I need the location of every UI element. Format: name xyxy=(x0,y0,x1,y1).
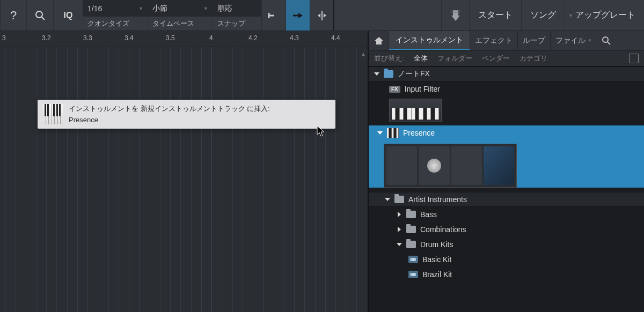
tab-instruments[interactable]: インストゥルメント xyxy=(389,31,470,50)
sort-category[interactable]: カテゴリ xyxy=(519,54,547,63)
triangle-closed-icon xyxy=(398,227,401,232)
presence-thumbnail[interactable] xyxy=(384,144,517,188)
ruler-tick: 4 xyxy=(209,34,213,42)
svg-marker-13 xyxy=(317,126,324,136)
start-link[interactable]: スタート xyxy=(470,0,522,31)
browser-home-button[interactable] xyxy=(369,31,389,50)
tool-arrow-button[interactable] xyxy=(286,0,310,31)
browser-tree: ノートFX FX Input Filter Presence xyxy=(369,66,644,312)
category-note-fx[interactable]: ノートFX xyxy=(369,66,644,81)
ruler-tick: 4.4 xyxy=(331,34,340,42)
browser-panel: インストゥルメント エフェクト ループ ファイル▼ 並び替え: 全体 フォルダー… xyxy=(368,31,644,312)
svg-point-15 xyxy=(603,37,608,42)
svg-point-0 xyxy=(36,11,42,18)
preset-label: Basic Kit xyxy=(422,255,451,264)
item-label: Input Filter xyxy=(405,85,440,93)
magnify-button[interactable] xyxy=(27,0,54,31)
triangle-open-icon xyxy=(374,72,379,76)
svg-marker-14 xyxy=(375,37,383,44)
svg-line-16 xyxy=(608,42,610,44)
folder-label: Artist Instruments xyxy=(408,195,467,204)
input-filter-thumbnail[interactable] xyxy=(389,99,442,122)
song-link[interactable]: ソング xyxy=(522,0,565,31)
timebase-value: 小節 xyxy=(152,4,167,13)
top-toolbar: ? IQ 1/16▼ クオンタイズ 小節▼ タイムベース 順応 スナップ スター… xyxy=(0,0,644,31)
folder-icon xyxy=(384,70,393,78)
sort-all[interactable]: 全体 xyxy=(414,54,428,63)
piano-icon xyxy=(43,104,63,124)
tool-normal-button[interactable] xyxy=(262,0,286,31)
main-area: 3 3.2 3.3 3.4 3.5 4 4.2 4.3 4.4 ▲ xyxy=(0,31,644,312)
preset-icon xyxy=(408,256,418,263)
grid-view-toggle[interactable] xyxy=(629,54,639,63)
item-input-filter[interactable]: FX Input Filter xyxy=(369,81,644,96)
snap-dropdown[interactable]: 順応 スナップ xyxy=(213,0,262,31)
chevron-down-icon: ▼ xyxy=(138,6,143,11)
folder-bass[interactable]: Bass xyxy=(369,207,644,222)
arrange-view[interactable]: 3 3.2 3.3 3.4 3.5 4 4.2 4.3 4.4 ▲ xyxy=(0,31,368,312)
timeline-ruler[interactable]: 3 3.2 3.3 3.4 3.5 4 4.2 4.3 4.4 xyxy=(0,31,368,47)
ruler-tick: 4.2 xyxy=(248,34,258,42)
mouse-cursor-icon xyxy=(317,125,326,137)
timebase-dropdown[interactable]: 小節▼ タイムベース xyxy=(148,0,213,31)
ruler-tick: 3.4 xyxy=(125,34,134,42)
tool-split-button[interactable] xyxy=(310,0,334,31)
preset-brazil-kit[interactable]: Brazil Kit xyxy=(369,267,644,282)
quantize-label: クオンタイズ xyxy=(83,17,148,31)
svg-marker-8 xyxy=(324,13,326,18)
tab-files[interactable]: ファイル▼ xyxy=(551,31,597,50)
folder-label: Drum Kits xyxy=(420,240,453,249)
tab-loops[interactable]: ループ xyxy=(518,31,551,50)
folder-artist-instruments[interactable]: Artist Instruments xyxy=(369,192,644,207)
toolbar-right: スタート ソング ▼アップグレート xyxy=(441,0,644,31)
folder-label: Bass xyxy=(420,210,437,219)
arrange-grid xyxy=(0,47,368,312)
ruler-tick: 3.5 xyxy=(166,34,175,42)
help-button[interactable]: ? xyxy=(0,0,27,31)
quantize-dropdown[interactable]: 1/16▼ クオンタイズ xyxy=(83,0,148,31)
snap-label: スナップ xyxy=(213,17,261,31)
triangle-open-icon xyxy=(397,243,402,246)
svg-marker-7 xyxy=(318,13,320,18)
home-icon xyxy=(374,36,384,45)
preset-icon xyxy=(408,271,418,278)
ruler-tick: 3.2 xyxy=(42,34,51,42)
browser-sort-bar: 並び替え: 全体 フォルダー ベンダー カテゴリ xyxy=(369,50,644,66)
quantize-value: 1/16 xyxy=(87,4,102,13)
svg-marker-5 xyxy=(298,13,303,18)
chevron-down-icon: ▼ xyxy=(588,38,592,43)
download-icon xyxy=(448,8,463,23)
folder-icon xyxy=(406,241,416,248)
folder-icon xyxy=(406,211,416,218)
svg-marker-10 xyxy=(451,16,460,21)
folder-combinations[interactable]: Combinations xyxy=(369,222,644,237)
folder-label: Combinations xyxy=(420,225,466,234)
tool-arrow-icon xyxy=(292,11,304,20)
folder-drum-kits[interactable]: Drum Kits xyxy=(369,237,644,252)
sort-folder[interactable]: フォルダー xyxy=(437,54,472,63)
download-button[interactable] xyxy=(442,0,470,31)
drag-insert-tooltip: インストゥルメントを 新規インストゥルメントトラック に挿入: Presence xyxy=(38,100,335,129)
iq-button[interactable]: IQ xyxy=(54,0,83,31)
ruler-tick: 3 xyxy=(2,34,6,42)
browser-search-button[interactable] xyxy=(597,31,616,50)
tool-normal-icon xyxy=(268,11,280,20)
preset-basic-kit[interactable]: Basic Kit xyxy=(369,252,644,267)
tab-effects[interactable]: エフェクト xyxy=(470,31,518,50)
item-presence-selected[interactable]: Presence xyxy=(369,125,644,188)
browser-tabs: インストゥルメント エフェクト ループ ファイル▼ xyxy=(369,31,644,50)
fx-badge-icon: FX xyxy=(389,86,400,93)
magnify-icon xyxy=(35,10,46,21)
folder-icon xyxy=(406,226,416,233)
sort-vendor[interactable]: ベンダー xyxy=(482,54,510,63)
upgrade-link[interactable]: ▼アップグレート xyxy=(565,0,644,31)
ruler-tick: 3.3 xyxy=(83,34,92,42)
tool-split-icon xyxy=(316,10,328,21)
item-label: Presence xyxy=(403,129,435,137)
preset-label: Brazil Kit xyxy=(422,270,452,279)
sort-label: 並び替え: xyxy=(374,54,404,63)
triangle-closed-icon xyxy=(398,212,401,217)
tooltip-line2: Presence xyxy=(69,116,270,124)
category-label: ノートFX xyxy=(398,69,430,79)
snap-value: 順応 xyxy=(217,4,232,13)
